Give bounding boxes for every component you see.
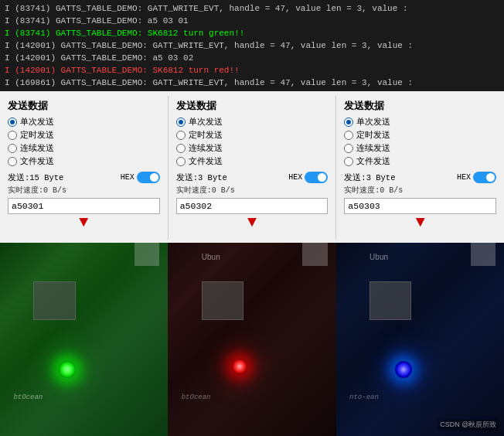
radio-item-0-2[interactable]: 连续发送 (8, 142, 160, 154)
radio-item-1-0[interactable]: 单次发送 (176, 116, 329, 128)
radio-item-0-3[interactable]: 文件发送 (8, 155, 160, 167)
hex-label-1: HEX (288, 173, 302, 182)
panel-2: 发送数据单次发送定时发送连续发送文件发送发送:3 ByteHEX实时速度:0 B… (339, 96, 501, 240)
radio-circle-0-2[interactable] (8, 144, 17, 153)
panel-1: 发送数据单次发送定时发送连续发送文件发送发送:3 ByteHEX实时速度:0 B… (172, 96, 333, 240)
radio-item-2-0[interactable]: 单次发送 (344, 116, 496, 128)
img-panel-green (0, 243, 168, 436)
board-red: Ubun (168, 243, 335, 436)
log-line: I (142001) GATTS_TABLE_DEMO: SK6812 turn… (5, 65, 499, 77)
radio-label-2-2: 连续发送 (356, 142, 390, 154)
radio-circle-2-0[interactable] (344, 118, 353, 127)
arrow-down-0: ▼ (8, 215, 160, 230)
board-chip (33, 281, 75, 320)
arrow-down-2: ▼ (344, 215, 496, 230)
radio-circle-0-0[interactable] (8, 118, 17, 127)
radio-item-2-1[interactable]: 定时发送 (344, 129, 496, 141)
radio-item-0-0[interactable]: 单次发送 (8, 116, 160, 128)
hex-toggle-2[interactable]: HEX (457, 172, 496, 183)
panel-title-1: 发送数据 (176, 99, 329, 113)
board-chip (369, 281, 411, 320)
panel-divider-1 (335, 96, 336, 240)
radio-label-1-2: 连续发送 (189, 142, 223, 154)
radio-label-0-1: 定时发送 (20, 129, 54, 141)
panel-divider-0 (168, 96, 169, 240)
radio-circle-0-1[interactable] (8, 131, 17, 140)
ubuntu-text: Ubun (202, 253, 220, 261)
bytes-label-1: 发送:3 Byte (176, 172, 227, 183)
panel-footer-0: 发送:15 ByteHEX (8, 172, 160, 183)
radio-item-0-1[interactable]: 定时发送 (8, 129, 160, 141)
panel-title-0: 发送数据 (8, 99, 160, 113)
log-line: I (83741) GATTS_TABLE_DEMO: GATT_WRITE_E… (5, 3, 499, 15)
panel-footer-1: 发送:3 ByteHEX (176, 172, 329, 183)
bytes-label-2: 发送:3 Byte (344, 172, 395, 183)
ubuntu-text: Ubun (369, 253, 388, 261)
arrow-down-1: ▼ (176, 215, 329, 230)
toggle-switch-2[interactable] (473, 172, 496, 183)
watermark: CSDN @秋辰所致 (438, 419, 499, 431)
radio-group-1: 单次发送定时发送连续发送文件发送 (176, 116, 329, 167)
board-green (0, 243, 168, 436)
radio-group-0: 单次发送定时发送连续发送文件发送 (8, 116, 160, 167)
hex-toggle-0[interactable]: HEX (121, 172, 160, 183)
log-line: I (142001) GATTS_TABLE_DEMO: a5 03 02 (5, 53, 499, 65)
radio-item-1-1[interactable]: 定时发送 (176, 129, 329, 141)
img-panel-blue: UbunCSDN @秋辰所致 (336, 243, 504, 436)
speed-label-0: 实时速度:0 B/s (8, 185, 160, 196)
radio-circle-1-0[interactable] (176, 118, 186, 127)
radio-label-0-0: 单次发送 (20, 116, 54, 128)
radio-circle-1-1[interactable] (176, 131, 186, 140)
log-line: I (142001) GATTS_TABLE_DEMO: GATT_WRITE_… (5, 40, 499, 53)
toggle-switch-1[interactable] (305, 172, 328, 183)
send-input-0[interactable] (8, 198, 160, 214)
log-line: I (83741) GATTS_TABLE_DEMO: SK6812 turn … (5, 28, 499, 40)
img-panel-red: Ubun (168, 243, 335, 436)
led-images: UbunUbunCSDN @秋辰所致 (0, 243, 504, 436)
radio-label-0-3: 文件发送 (20, 155, 54, 167)
log-line: I (83741) GATTS_TABLE_DEMO: a5 03 01 (5, 15, 499, 28)
radio-label-2-1: 定时发送 (356, 129, 390, 141)
radio-label-1-1: 定时发送 (189, 129, 223, 141)
terminal-log: I (83741) GATTS_TABLE_DEMO: GATT_WRITE_E… (0, 0, 504, 91)
radio-label-0-2: 连续发送 (20, 142, 54, 154)
radio-group-2: 单次发送定时发送连续发送文件发送 (344, 116, 496, 167)
board-blue: UbunCSDN @秋辰所致 (336, 243, 504, 436)
toggle-switch-0[interactable] (137, 172, 160, 183)
hex-label-0: HEX (121, 173, 135, 182)
board-connector (471, 243, 496, 266)
radio-circle-0-3[interactable] (8, 157, 17, 166)
radio-circle-2-3[interactable] (344, 157, 353, 166)
radio-circle-1-3[interactable] (176, 157, 186, 166)
panel-title-2: 发送数据 (344, 99, 496, 113)
radio-label-1-3: 文件发送 (189, 155, 223, 167)
speed-label-2: 实时速度:0 B/s (344, 185, 496, 196)
radio-circle-1-2[interactable] (176, 144, 186, 153)
radio-label-2-3: 文件发送 (356, 155, 390, 167)
board-chip (202, 281, 243, 320)
speed-label-1: 实时速度:0 B/s (176, 185, 329, 196)
send-input-1[interactable] (176, 198, 329, 214)
board-connector (135, 243, 160, 266)
log-line: I (169861) GATTS_TABLE_DEMO: GATT_WRITE_… (5, 77, 499, 90)
radio-item-1-2[interactable]: 连续发送 (176, 142, 329, 154)
radio-circle-2-1[interactable] (344, 131, 353, 140)
panel-0: 发送数据单次发送定时发送连续发送文件发送发送:15 ByteHEX实时速度:0 … (3, 96, 165, 240)
radio-label-2-0: 单次发送 (356, 116, 390, 128)
radio-circle-2-2[interactable] (344, 144, 353, 153)
radio-label-1-0: 单次发送 (189, 116, 223, 128)
control-panels: 发送数据单次发送定时发送连续发送文件发送发送:15 ByteHEX实时速度:0 … (0, 91, 504, 243)
hex-toggle-1[interactable]: HEX (288, 172, 328, 183)
radio-item-2-2[interactable]: 连续发送 (344, 142, 496, 154)
hex-label-2: HEX (457, 173, 471, 182)
radio-item-2-3[interactable]: 文件发送 (344, 155, 496, 167)
bytes-label-0: 发送:15 Byte (8, 172, 63, 183)
panel-footer-2: 发送:3 ByteHEX (344, 172, 496, 183)
send-input-2[interactable] (344, 198, 496, 214)
radio-item-1-3[interactable]: 文件发送 (176, 155, 329, 167)
board-connector (302, 243, 328, 266)
